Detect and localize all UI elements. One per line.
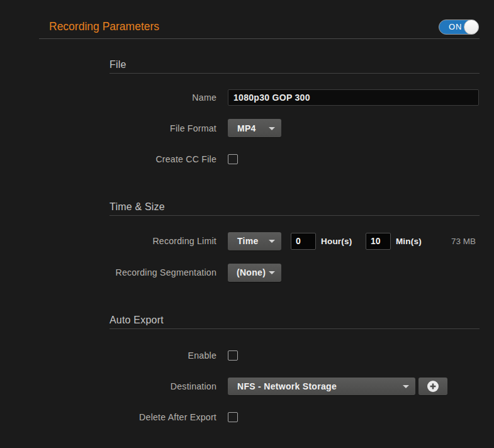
delete-after-export-checkbox[interactable] — [228, 412, 238, 422]
delete-after-export-label: Delete After Export — [109, 412, 216, 422]
recording-segmentation-label: Recording Segmentation — [109, 267, 216, 277]
recording-limit-type-value: Time — [237, 236, 259, 246]
plus-circle-icon — [427, 380, 439, 393]
recording-limit-type-dropdown[interactable]: Time — [228, 232, 281, 250]
panel-title: Recording Parameters — [39, 19, 159, 35]
section-heading-file: File — [109, 59, 480, 74]
chevron-down-icon — [403, 385, 409, 388]
row-enable: Enable — [109, 340, 480, 371]
file-format-value: MP4 — [237, 123, 256, 133]
chevron-down-icon — [269, 127, 275, 130]
add-destination-button[interactable] — [418, 378, 447, 395]
row-destination: Destination NFS - Network Storage — [109, 371, 480, 401]
file-format-dropdown[interactable]: MP4 — [228, 119, 281, 137]
section-heading-time-size: Time & Size — [109, 201, 480, 216]
recording-limit-label: Recording Limit — [109, 236, 216, 246]
hours-input[interactable] — [291, 233, 316, 250]
recording-segmentation-dropdown[interactable]: (None) — [228, 264, 281, 282]
destination-label: Destination — [109, 381, 216, 391]
section-time-size: Time & Size Recording Limit Time Hour(s)… — [109, 201, 480, 288]
recording-parameters-panel: Recording Parameters ON File Name File F… — [39, 0, 480, 432]
destination-value: NFS - Network Storage — [237, 381, 337, 391]
name-input[interactable] — [228, 89, 479, 106]
row-delete-after-export: Delete After Export — [109, 401, 480, 432]
destination-dropdown[interactable]: NFS - Network Storage — [228, 378, 415, 395]
create-cc-file-label: Create CC File — [109, 154, 216, 164]
recording-on-toggle[interactable]: ON — [439, 20, 479, 35]
toggle-on-label: ON — [449, 20, 462, 34]
row-create-cc-file: Create CC File — [109, 143, 480, 174]
enable-label: Enable — [109, 350, 216, 361]
enable-checkbox[interactable] — [228, 350, 238, 361]
chevron-down-icon — [269, 271, 275, 274]
section-heading-auto-export: Auto Export — [109, 314, 480, 329]
row-recording-limit: Recording Limit Time Hour(s) Min(s) 73 M… — [109, 225, 480, 257]
create-cc-file-checkbox[interactable] — [228, 154, 238, 164]
row-file-format: File Format MP4 — [109, 113, 480, 143]
estimated-size-value: 73 MB — [451, 237, 476, 246]
recording-segmentation-value: (None) — [237, 267, 266, 277]
section-auto-export: Auto Export Enable Destination NFS - Net… — [109, 314, 480, 432]
toggle-knob-icon[interactable] — [464, 20, 479, 35]
name-label: Name — [109, 92, 216, 103]
chevron-down-icon — [269, 240, 275, 243]
section-file: File Name File Format MP4 Create CC File — [109, 59, 480, 174]
minutes-input[interactable] — [366, 233, 391, 250]
minutes-label: Min(s) — [396, 237, 422, 246]
hours-label: Hour(s) — [321, 237, 352, 246]
row-recording-segmentation: Recording Segmentation (None) — [109, 257, 480, 288]
row-name: Name — [109, 82, 480, 113]
panel-header: Recording Parameters ON — [39, 19, 480, 39]
file-format-label: File Format — [109, 123, 216, 133]
